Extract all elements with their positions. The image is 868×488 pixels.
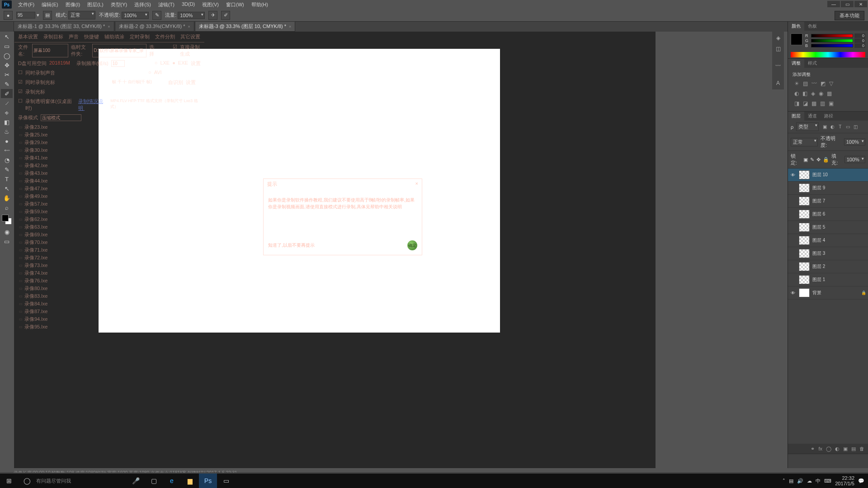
layer-name[interactable]: 图层 3	[812, 250, 866, 257]
layer-filter-kind[interactable]: 类型	[796, 122, 819, 131]
layer-thumb[interactable]	[799, 262, 810, 271]
menu-item[interactable]: 编辑(E)	[38, 0, 62, 9]
tab-paths[interactable]: 路径	[821, 112, 837, 121]
menu-item[interactable]: 选择(S)	[131, 0, 155, 9]
group-icon[interactable]: ▣	[843, 446, 848, 452]
tool-button[interactable]: ◧	[1, 117, 13, 127]
opacity-select[interactable]: 100%	[122, 12, 149, 19]
blend-mode-select[interactable]: 正常	[68, 11, 95, 19]
tab-adjust[interactable]: 调整	[788, 59, 804, 68]
ime-icon[interactable]: 中	[816, 478, 821, 484]
layer-name[interactable]: 图层 4	[812, 237, 866, 244]
visibility-icon[interactable]: 👁	[790, 291, 796, 296]
ime2-icon[interactable]: ⌨	[824, 478, 831, 484]
menu-item[interactable]: 图像(I)	[62, 0, 84, 9]
clock[interactable]: 22:322017/1/5	[835, 475, 854, 486]
pressure-opacity-icon[interactable]: ✎	[152, 11, 161, 20]
fill-adj-icon[interactable]: ◐	[835, 446, 840, 452]
layer-thumb[interactable]	[799, 170, 810, 179]
document-tab[interactable]: 未标题-1 @ 33.3% (图层 33, CMYK/8) *×	[14, 21, 114, 32]
menu-item[interactable]: 滤镜(T)	[155, 0, 178, 9]
close-button[interactable]: ✕	[854, 1, 867, 7]
tool-button[interactable]: ↖	[1, 184, 13, 193]
layer-name[interactable]: 图层 6	[812, 211, 866, 217]
brush-panel-icon[interactable]: ▤	[43, 11, 52, 20]
maximize-button[interactable]: ▭	[841, 1, 854, 7]
layer-name[interactable]: 图层 1	[812, 277, 866, 283]
layer-name[interactable]: 背景	[812, 290, 859, 296]
tool-button[interactable]: T	[1, 174, 13, 183]
action-center-icon[interactable]: 💬	[858, 478, 864, 484]
document-tab[interactable]: 未标题-2 @ 33.3%(CMYK/8) *×	[115, 21, 194, 32]
tab-swatches[interactable]: 色板	[804, 22, 821, 31]
cortana-button[interactable]: ◯	[18, 474, 36, 488]
tab-layers[interactable]: 图层	[788, 112, 804, 121]
close-tab-icon[interactable]: ×	[188, 24, 190, 29]
layer-thumb[interactable]	[799, 183, 810, 192]
layer-thumb[interactable]	[799, 236, 810, 245]
tool-button[interactable]: ♨	[1, 127, 13, 136]
network-icon[interactable]: ▤	[789, 478, 793, 484]
minimize-button[interactable]: —	[827, 1, 840, 7]
menu-item[interactable]: 3D(D)	[178, 0, 198, 9]
menu-item[interactable]: 窗口(W)	[222, 0, 248, 9]
layer-row[interactable]: 图层 1	[788, 273, 868, 286]
char-icon[interactable]: A	[773, 79, 783, 88]
tool-button[interactable]: ⟋	[1, 99, 13, 108]
brush-size-input[interactable]	[16, 12, 35, 19]
layer-thumb[interactable]	[799, 210, 810, 219]
mic-icon[interactable]: 🎤	[127, 474, 145, 488]
tool-button[interactable]: ◯	[1, 51, 13, 60]
brightness-icon[interactable]: ☀	[794, 80, 799, 87]
menu-item[interactable]: 视图(V)	[198, 0, 222, 9]
tool-button[interactable]: ⎆	[1, 108, 13, 117]
new-layer-icon[interactable]: ▤	[851, 446, 856, 452]
link-icon[interactable]: ⚭	[811, 446, 815, 452]
layer-name[interactable]: 图层 9	[812, 185, 866, 191]
layer-name[interactable]: 图层 10	[812, 172, 866, 178]
explorer-icon[interactable]: ▆	[181, 474, 199, 488]
fx-icon[interactable]: fx	[818, 446, 822, 451]
layer-thumb[interactable]	[799, 288, 810, 297]
layer-name[interactable]: 图层 5	[812, 224, 866, 230]
layer-name[interactable]: 图层 2	[812, 263, 866, 270]
tool-button[interactable]: ✐	[1, 89, 13, 98]
recorder-taskbar-icon[interactable]: ▭	[217, 474, 235, 488]
layer-row[interactable]: 图层 4	[788, 234, 868, 247]
tool-button[interactable]: ↖	[1, 32, 13, 41]
tool-button[interactable]: ⌕	[1, 203, 13, 212]
menu-item[interactable]: 类型(Y)	[107, 0, 131, 9]
tool-button[interactable]: ✥	[1, 61, 13, 70]
flow-select[interactable]: 100%	[178, 12, 205, 19]
visibility-icon[interactable]: 👁	[790, 173, 796, 178]
layer-row[interactable]: 👁图层 10	[788, 169, 868, 182]
document-tab[interactable]: 未标题-3 @ 33.3% (图层 10, CMYK/8) *×	[195, 21, 296, 32]
levels-icon[interactable]: ▤	[803, 80, 808, 87]
tool-button[interactable]: ◔	[1, 155, 13, 164]
vibrance-icon[interactable]: ▽	[829, 80, 833, 87]
cortana-search[interactable]: 有问题尽管问我	[36, 478, 127, 484]
screenmode-icon[interactable]: ▭	[1, 237, 13, 246]
layer-row[interactable]: 图层 9	[788, 182, 868, 195]
blend-mode[interactable]: 正常	[791, 138, 818, 146]
tool-button[interactable]: ✎	[1, 80, 13, 89]
tool-button[interactable]: ⬳	[1, 146, 13, 155]
tool-button[interactable]: ✎	[1, 165, 13, 174]
tab-channels[interactable]: 通道	[804, 112, 821, 121]
edge-icon[interactable]: e	[163, 474, 181, 488]
close-tab-icon[interactable]: ×	[289, 24, 291, 29]
layer-row[interactable]: 图层 7	[788, 195, 868, 208]
layer-thumb[interactable]	[799, 275, 810, 284]
layer-row[interactable]: 图层 2	[788, 260, 868, 273]
photoshop-taskbar-icon[interactable]: Ps	[199, 474, 217, 488]
start-button[interactable]: ⊞	[0, 474, 18, 488]
tool-button[interactable]: ▭	[1, 42, 13, 51]
layer-name[interactable]: 图层 7	[812, 198, 866, 204]
task-view-icon[interactable]: ▢	[145, 474, 163, 488]
pressure-size-icon[interactable]: ✐	[221, 11, 230, 20]
layer-row[interactable]: 图层 6	[788, 208, 868, 221]
layer-thumb[interactable]	[799, 197, 810, 206]
layer-row[interactable]: 图层 5	[788, 221, 868, 234]
menu-item[interactable]: 图层(L)	[84, 0, 107, 9]
close-tab-icon[interactable]: ×	[108, 24, 110, 29]
